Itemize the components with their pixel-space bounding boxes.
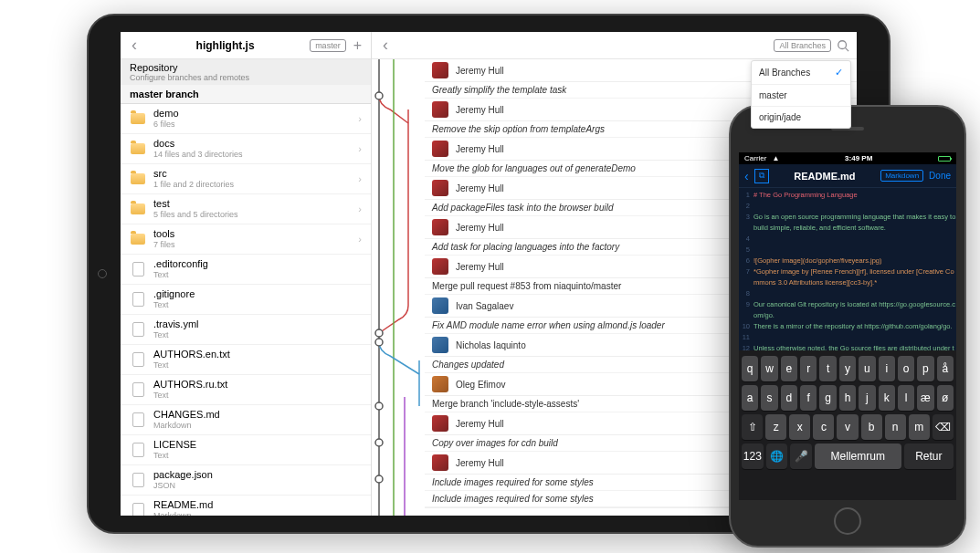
file-row[interactable]: docs 14 files and 3 directories › [121, 134, 371, 164]
file-meta: 6 files [153, 120, 358, 130]
key[interactable]: u [859, 356, 875, 381]
folder-icon [130, 110, 146, 127]
key[interactable]: e [781, 356, 797, 381]
branch-option[interactable]: All Branches✓ [752, 61, 850, 85]
delete-key[interactable]: ⌫ [933, 414, 954, 440]
repository-section-header[interactable]: Repository Configure branches and remote… [121, 59, 371, 85]
file-list: demo 6 files › docs 14 files and 3 direc… [121, 104, 371, 516]
file-icon [130, 472, 146, 488]
line-number: 11 [739, 332, 753, 343]
file-row[interactable]: demo 6 files › [121, 104, 371, 134]
key[interactable]: p [917, 356, 933, 381]
branch-option[interactable]: origin/jade [752, 107, 850, 128]
key[interactable]: z [765, 414, 786, 440]
key[interactable]: r [800, 356, 817, 381]
svg-point-10 [375, 402, 383, 410]
key[interactable]: h [839, 385, 856, 411]
file-tree-icon[interactable]: ⧉ [754, 169, 769, 183]
file-meta: Text [153, 300, 362, 310]
file-row[interactable]: README.md Markdown [121, 496, 371, 516]
file-name: CHANGES.md [153, 409, 362, 421]
shift-key[interactable]: ⇧ [742, 414, 763, 440]
key[interactable]: d [781, 385, 797, 411]
folder-icon [130, 231, 146, 247]
123-key[interactable]: 123 [742, 443, 764, 469]
iphone-home-button[interactable] [834, 507, 861, 535]
file-row[interactable]: CHANGES.md Markdown [121, 405, 371, 435]
key[interactable]: b [861, 414, 882, 440]
code-text: ![Gopher image](doc/gopher/fiveyears.jpg… [753, 256, 956, 266]
commits-back-button[interactable]: ‹ [379, 36, 392, 55]
key[interactable]: j [859, 385, 875, 411]
mic-key[interactable]: 🎤 [790, 443, 812, 469]
key[interactable]: q [742, 356, 758, 381]
commit-author: Nicholas Iaquinto [456, 340, 753, 350]
file-row[interactable]: test 5 files and 5 directories › [121, 194, 371, 224]
avatar [432, 101, 448, 118]
branch-badge[interactable]: master [310, 39, 346, 52]
key[interactable]: s [761, 385, 777, 411]
key[interactable]: ø [937, 385, 954, 411]
done-button[interactable]: Done [929, 171, 951, 181]
key[interactable]: f [800, 385, 817, 411]
file-name: src [153, 168, 358, 180]
file-meta: JSON [153, 481, 362, 491]
key[interactable]: k [879, 385, 895, 411]
key[interactable]: y [839, 356, 856, 381]
commit-author: Jeremy Hull [456, 223, 743, 233]
nav-right-group: master + [310, 37, 364, 54]
line-number: 7 [739, 266, 753, 288]
editor-back-button[interactable]: ‹ [744, 169, 749, 183]
add-button[interactable]: + [352, 37, 364, 54]
key[interactable]: x [789, 414, 810, 440]
key[interactable]: t [819, 356, 836, 381]
key[interactable]: å [937, 356, 954, 381]
code-text: Go is an open source programming languag… [753, 212, 956, 234]
file-row[interactable]: .gitignore Text [121, 285, 371, 315]
folder-icon [130, 201, 146, 217]
avatar [432, 180, 448, 196]
key[interactable]: o [898, 356, 914, 381]
branches-filter-badge[interactable]: All Branches [774, 39, 831, 52]
ipad-home-button[interactable] [98, 269, 107, 278]
key[interactable]: w [761, 356, 777, 381]
key[interactable]: æ [917, 385, 933, 411]
repo-section-subtitle: Configure branches and remotes [130, 73, 362, 82]
key[interactable]: n [885, 414, 906, 440]
file-name: package.json [153, 469, 362, 481]
svg-point-12 [375, 475, 383, 483]
code-editor[interactable]: 1 # The Go Programming Language2 3 Go is… [739, 188, 956, 354]
file-row[interactable]: .editorconfig Text [121, 255, 371, 285]
file-row[interactable]: .travis.yml Text [121, 315, 371, 345]
back-button[interactable]: ‹ [128, 36, 141, 55]
file-meta: 14 files and 3 directories [153, 150, 358, 160]
iphone-screen: Carrier ▲ 3:49 PM ‹ ⧉ README.md Markdown… [739, 152, 956, 500]
file-row[interactable]: package.json JSON [121, 465, 371, 496]
avatar [432, 141, 448, 157]
search-icon[interactable] [837, 39, 849, 52]
key[interactable]: m [909, 414, 930, 440]
space-key[interactable]: Mellemrum [815, 443, 901, 469]
globe-key[interactable]: 🌐 [766, 443, 788, 469]
file-row[interactable]: tools 7 files › [121, 224, 371, 255]
editor-nav: ‹ ⧉ README.md Markdown Done [739, 164, 956, 188]
file-row[interactable]: src 1 file and 2 directories › [121, 164, 371, 194]
file-meta: Text [153, 451, 362, 461]
line-number: 4 [739, 234, 753, 245]
key[interactable]: v [837, 414, 858, 440]
file-icon [130, 412, 146, 428]
file-row[interactable]: AUTHORS.ru.txt Text [121, 375, 371, 405]
branch-header: master branch [121, 85, 371, 104]
commit-author: Jeremy Hull [456, 262, 748, 272]
key[interactable]: c [813, 414, 834, 440]
file-row[interactable]: LICENSE Text [121, 435, 371, 465]
svg-point-11 [375, 439, 383, 446]
branch-option[interactable]: master [752, 85, 850, 107]
file-row[interactable]: AUTHORS.en.txt Text [121, 345, 371, 375]
key[interactable]: l [898, 385, 914, 411]
syntax-badge[interactable]: Markdown [880, 170, 923, 182]
return-key[interactable]: Retur [904, 443, 954, 469]
key[interactable]: g [819, 385, 836, 411]
key[interactable]: a [742, 385, 758, 411]
key[interactable]: i [879, 356, 895, 381]
